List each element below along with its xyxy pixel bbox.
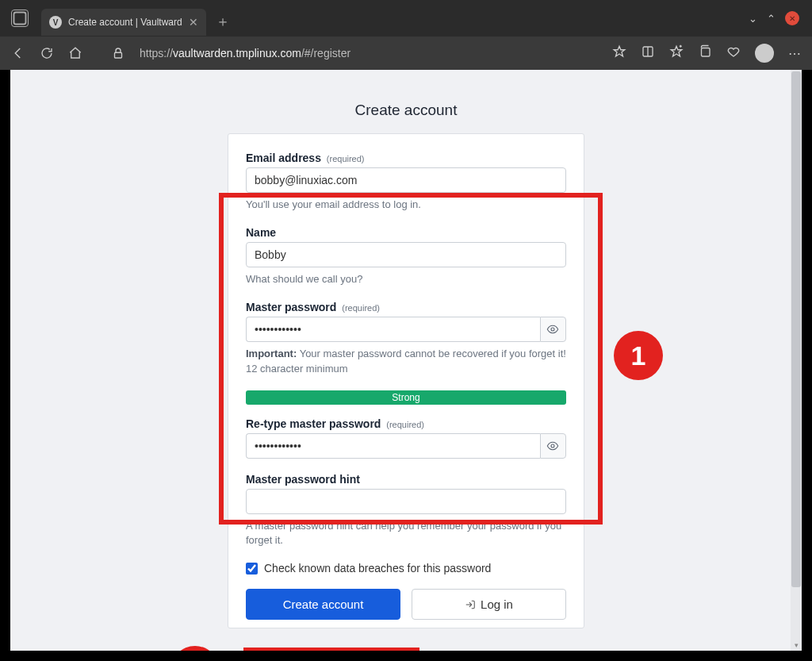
annotation-circle-2: 2: [170, 646, 220, 651]
heart-icon[interactable]: [726, 44, 741, 62]
window-titlebar: V Create account | Vaultward ✕ ＋ ⌄ ⌃ ✕: [0, 0, 812, 37]
toolbar-actions: ⋯: [612, 44, 801, 63]
collections-icon[interactable]: [698, 44, 712, 62]
hint-help: A master password hint can help you reme…: [246, 519, 566, 548]
menu-icon[interactable]: ⋯: [788, 46, 801, 61]
breach-check-row[interactable]: Check known data breaches for this passw…: [246, 562, 566, 575]
toggle-retype-visibility[interactable]: [540, 433, 566, 459]
name-hint: What should we call you?: [246, 272, 566, 286]
lock-icon[interactable]: [111, 46, 125, 60]
tab-overview-icon[interactable]: [11, 10, 29, 27]
svg-point-8: [551, 444, 554, 448]
profile-avatar[interactable]: [755, 44, 774, 63]
hint-field-group: Master password hint A master password h…: [246, 473, 566, 548]
create-account-button[interactable]: Create account: [246, 589, 400, 620]
svg-rect-6: [702, 48, 710, 57]
url-host: vaultwarden.tmplinux.com: [173, 47, 301, 60]
scrollbar-thumb[interactable]: [791, 71, 801, 587]
reader-icon[interactable]: [641, 44, 655, 62]
browser-toolbar: https://vaultwarden.tmplinux.com/#/regis…: [0, 37, 812, 70]
retype-field-group: Re-type master password (required): [246, 417, 566, 459]
name-label: Name: [246, 226, 566, 239]
star-icon[interactable]: [612, 44, 626, 62]
tab-close-icon[interactable]: ✕: [189, 16, 198, 29]
login-icon: [465, 599, 476, 610]
home-button[interactable]: [68, 46, 82, 60]
breach-check-label: Check known data breaches for this passw…: [264, 562, 491, 575]
login-button[interactable]: Log in: [412, 589, 566, 620]
scroll-down-icon[interactable]: ▾: [791, 640, 802, 651]
svg-point-7: [551, 328, 554, 331]
chevron-up-icon[interactable]: ⌃: [767, 13, 776, 25]
reload-button[interactable]: [40, 46, 54, 60]
email-field-group: Email address (required) You'll use your…: [246, 152, 566, 212]
svg-rect-0: [14, 13, 26, 25]
name-input[interactable]: [246, 242, 566, 267]
favicon-icon: V: [49, 16, 62, 29]
email-hint: You'll use your email address to log in.: [246, 198, 566, 212]
window-close-icon[interactable]: ✕: [785, 11, 799, 25]
hint-input[interactable]: [246, 489, 566, 514]
retype-label: Re-type master password (required): [246, 417, 566, 430]
back-button[interactable]: [11, 46, 25, 60]
page-viewport: ▾ Create account Email address (required…: [10, 70, 802, 651]
chevron-down-icon[interactable]: ⌄: [749, 13, 757, 25]
register-card: Email address (required) You'll use your…: [228, 133, 584, 628]
master-password-field-group: Master password (required) Important: Yo…: [246, 301, 566, 375]
tab-title: Create account | Vaultward: [68, 17, 182, 28]
master-password-label: Master password (required): [246, 301, 566, 313]
eye-icon: [546, 323, 559, 336]
email-label: Email address (required): [246, 152, 566, 164]
eye-icon: [546, 440, 559, 452]
master-password-input[interactable]: [246, 317, 540, 342]
password-strength-bar: Strong: [246, 390, 566, 405]
toggle-password-visibility[interactable]: [540, 317, 566, 342]
url-scheme: https://: [140, 47, 173, 60]
retype-input[interactable]: [246, 433, 540, 459]
url-path: /#/register: [301, 47, 350, 60]
annotation-circle-1: 1: [614, 331, 663, 380]
name-field-group: Name What should we call you?: [246, 226, 566, 286]
new-tab-button[interactable]: ＋: [216, 12, 230, 31]
scrollbar[interactable]: ▾: [791, 70, 802, 651]
address-bar[interactable]: https://vaultwarden.tmplinux.com/#/regis…: [140, 47, 598, 60]
annotation-box-2: [243, 648, 419, 651]
button-row: Create account Log in: [246, 589, 566, 620]
favorites-icon[interactable]: [669, 44, 684, 62]
window-controls: ⌄ ⌃ ✕: [749, 11, 807, 25]
page-title: Create account: [10, 70, 802, 133]
svg-rect-1: [115, 52, 122, 58]
breach-check-checkbox[interactable]: [246, 563, 258, 575]
hint-label: Master password hint: [246, 473, 566, 486]
email-input[interactable]: [246, 167, 566, 193]
browser-tab[interactable]: V Create account | Vaultward ✕: [41, 9, 206, 36]
master-password-hint: Important: Your master password cannot b…: [246, 347, 566, 375]
